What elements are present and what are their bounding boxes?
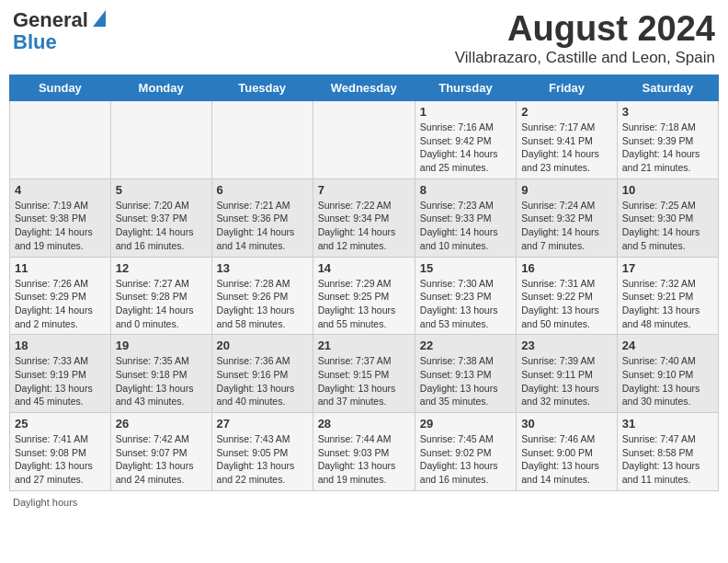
calendar-table: SundayMondayTuesdayWednesdayThursdayFrid… [9,75,719,491]
day-number: 19 [116,339,207,352]
calendar-cell: 9Sunrise: 7:24 AM Sunset: 9:32 PM Daylig… [517,178,618,257]
logo-blue: Blue [13,31,106,53]
day-number: 10 [622,183,713,197]
calendar-cell: 10Sunrise: 7:25 AM Sunset: 9:30 PM Dayli… [617,178,718,257]
calendar-cell: 22Sunrise: 7:38 AM Sunset: 9:13 PM Dayli… [415,335,516,413]
day-number: 29 [420,417,511,431]
day-number: 5 [116,183,207,197]
calendar-cell: 28Sunrise: 7:44 AM Sunset: 9:03 PM Dayli… [313,413,415,491]
day-info: Sunrise: 7:42 AM Sunset: 9:07 PM Dayligh… [116,432,207,487]
day-number: 21 [318,339,410,352]
calendar-week-4: 18Sunrise: 7:33 AM Sunset: 9:19 PM Dayli… [10,335,719,413]
header-day-saturday: Saturday [617,75,718,101]
day-number: 23 [521,339,612,352]
logo-triangle-icon [89,10,106,27]
calendar-week-3: 11Sunrise: 7:26 AM Sunset: 9:29 PM Dayli… [10,257,719,335]
calendar-cell: 6Sunrise: 7:21 AM Sunset: 9:36 PM Daylig… [211,178,313,257]
day-info: Sunrise: 7:44 AM Sunset: 9:03 PM Dayligh… [318,432,410,487]
day-number: 31 [622,417,713,431]
calendar-cell: 18Sunrise: 7:33 AM Sunset: 9:19 PM Dayli… [10,335,111,413]
day-number: 20 [217,339,308,352]
day-number: 12 [116,261,207,275]
day-number: 24 [622,339,713,352]
calendar-week-5: 25Sunrise: 7:41 AM Sunset: 9:08 PM Dayli… [10,413,719,491]
day-info: Sunrise: 7:27 AM Sunset: 9:28 PM Dayligh… [116,277,207,331]
day-number: 9 [521,183,612,197]
page-subtitle: Villabrazaro, Castille and Leon, Spain [455,49,715,67]
day-info: Sunrise: 7:26 AM Sunset: 9:29 PM Dayligh… [15,277,106,331]
calendar-cell: 4Sunrise: 7:19 AM Sunset: 9:38 PM Daylig… [10,178,111,257]
day-info: Sunrise: 7:25 AM Sunset: 9:30 PM Dayligh… [622,199,713,253]
calendar-cell: 1Sunrise: 7:16 AM Sunset: 9:42 PM Daylig… [415,101,516,179]
calendar-cell: 14Sunrise: 7:29 AM Sunset: 9:25 PM Dayli… [313,257,415,335]
calendar-cell: 13Sunrise: 7:28 AM Sunset: 9:26 PM Dayli… [211,257,313,335]
day-info: Sunrise: 7:16 AM Sunset: 9:42 PM Dayligh… [420,121,511,175]
day-number: 8 [420,183,511,197]
day-number: 28 [318,417,410,431]
header-day-wednesday: Wednesday [313,75,415,101]
calendar-cell: 24Sunrise: 7:40 AM Sunset: 9:10 PM Dayli… [617,335,718,413]
calendar-cell: 3Sunrise: 7:18 AM Sunset: 9:39 PM Daylig… [617,101,718,179]
day-info: Sunrise: 7:40 AM Sunset: 9:10 PM Dayligh… [622,354,713,408]
day-info: Sunrise: 7:20 AM Sunset: 9:37 PM Dayligh… [116,199,207,253]
day-number: 16 [521,261,612,275]
logo-general: General [13,9,88,31]
day-number: 1 [420,105,511,119]
calendar-cell: 5Sunrise: 7:20 AM Sunset: 9:37 PM Daylig… [110,178,211,257]
day-info: Sunrise: 7:30 AM Sunset: 9:23 PM Dayligh… [420,277,511,331]
calendar-body: 1Sunrise: 7:16 AM Sunset: 9:42 PM Daylig… [10,101,719,491]
day-info: Sunrise: 7:19 AM Sunset: 9:38 PM Dayligh… [15,199,106,253]
calendar-cell: 7Sunrise: 7:22 AM Sunset: 9:34 PM Daylig… [313,178,415,257]
calendar-cell: 27Sunrise: 7:43 AM Sunset: 9:05 PM Dayli… [211,413,313,491]
day-number: 15 [420,261,511,275]
day-info: Sunrise: 7:21 AM Sunset: 9:36 PM Dayligh… [217,199,308,253]
calendar-cell [110,101,211,179]
day-number: 7 [318,183,410,197]
calendar-cell: 16Sunrise: 7:31 AM Sunset: 9:22 PM Dayli… [517,257,618,335]
calendar-cell: 19Sunrise: 7:35 AM Sunset: 9:18 PM Dayli… [110,335,211,413]
header-day-monday: Monday [110,75,211,101]
day-number: 25 [15,417,106,431]
day-number: 27 [217,417,308,431]
page-header: General Blue August 2024 Villabrazaro, C… [9,9,719,67]
calendar-week-1: 1Sunrise: 7:16 AM Sunset: 9:42 PM Daylig… [10,101,719,179]
day-info: Sunrise: 7:47 AM Sunset: 8:58 PM Dayligh… [622,432,713,487]
header-day-sunday: Sunday [10,75,111,101]
calendar-cell: 11Sunrise: 7:26 AM Sunset: 9:29 PM Dayli… [10,257,111,335]
calendar-cell: 2Sunrise: 7:17 AM Sunset: 9:41 PM Daylig… [517,101,618,179]
calendar-cell: 23Sunrise: 7:39 AM Sunset: 9:11 PM Dayli… [517,335,618,413]
calendar-cell: 21Sunrise: 7:37 AM Sunset: 9:15 PM Dayli… [313,335,415,413]
day-info: Sunrise: 7:38 AM Sunset: 9:13 PM Dayligh… [420,354,511,408]
day-info: Sunrise: 7:18 AM Sunset: 9:39 PM Dayligh… [622,121,713,175]
day-number: 30 [521,417,612,431]
day-number: 26 [116,417,207,431]
calendar-cell [211,101,313,179]
day-info: Sunrise: 7:17 AM Sunset: 9:41 PM Dayligh… [521,121,612,175]
calendar-cell: 12Sunrise: 7:27 AM Sunset: 9:28 PM Dayli… [110,257,211,335]
day-number: 6 [217,183,308,197]
calendar-cell: 26Sunrise: 7:42 AM Sunset: 9:07 PM Dayli… [110,413,211,491]
calendar-cell [313,101,415,179]
calendar-cell: 17Sunrise: 7:32 AM Sunset: 9:21 PM Dayli… [617,257,718,335]
logo: General Blue [13,9,106,53]
calendar-cell: 30Sunrise: 7:46 AM Sunset: 9:00 PM Dayli… [517,413,618,491]
day-number: 3 [622,105,713,119]
day-number: 4 [15,183,106,197]
day-number: 13 [217,261,308,275]
calendar-cell: 20Sunrise: 7:36 AM Sunset: 9:16 PM Dayli… [211,335,313,413]
header-row: SundayMondayTuesdayWednesdayThursdayFrid… [10,75,719,101]
footer: Daylight hours [9,497,719,508]
day-info: Sunrise: 7:36 AM Sunset: 9:16 PM Dayligh… [217,354,308,408]
calendar-cell: 29Sunrise: 7:45 AM Sunset: 9:02 PM Dayli… [415,413,516,491]
calendar-cell: 8Sunrise: 7:23 AM Sunset: 9:33 PM Daylig… [415,178,516,257]
day-info: Sunrise: 7:33 AM Sunset: 9:19 PM Dayligh… [15,354,106,408]
title-block: August 2024 Villabrazaro, Castille and L… [455,9,715,67]
calendar-header: SundayMondayTuesdayWednesdayThursdayFrid… [10,75,719,101]
page-title: August 2024 [455,9,715,49]
calendar-cell: 15Sunrise: 7:30 AM Sunset: 9:23 PM Dayli… [415,257,516,335]
calendar-cell: 25Sunrise: 7:41 AM Sunset: 9:08 PM Dayli… [10,413,111,491]
day-info: Sunrise: 7:22 AM Sunset: 9:34 PM Dayligh… [318,199,410,253]
day-info: Sunrise: 7:23 AM Sunset: 9:33 PM Dayligh… [420,199,511,253]
day-info: Sunrise: 7:24 AM Sunset: 9:32 PM Dayligh… [521,199,612,253]
day-number: 18 [15,339,106,352]
